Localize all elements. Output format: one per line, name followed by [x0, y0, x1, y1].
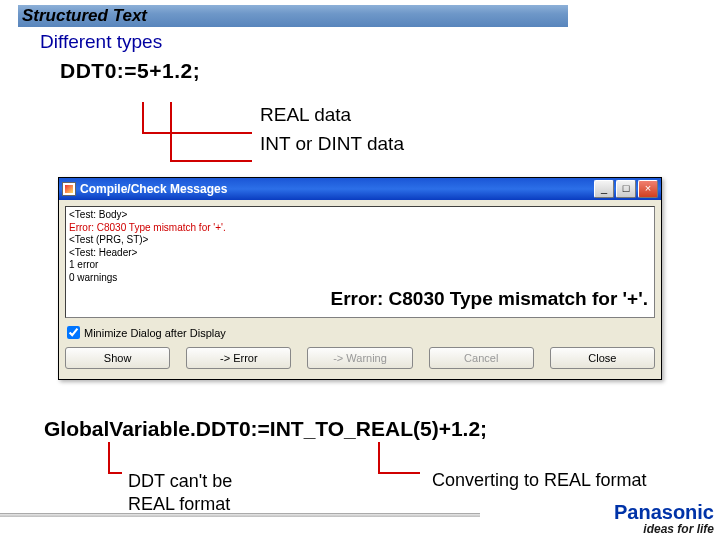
- minimize-button[interactable]: _: [594, 180, 614, 198]
- message-list[interactable]: <Test: Body> Error: C8030 Type mismatch …: [65, 206, 655, 318]
- section-title: Structured Text: [22, 6, 147, 26]
- code1-rhs: 1.2;: [162, 59, 200, 83]
- subtitle: Different types: [40, 31, 720, 53]
- msg-line: 0 warnings: [69, 272, 651, 285]
- note-ddt: DDT can't be REAL format: [128, 470, 232, 517]
- brand-tagline: ideas for life: [614, 522, 714, 536]
- minimize-checkbox[interactable]: [67, 326, 80, 339]
- msg-line: <Test: Header>: [69, 247, 651, 260]
- type-legend: REAL data INT or DINT data: [260, 100, 404, 159]
- label-real: REAL data: [260, 100, 404, 129]
- connector: [108, 442, 110, 474]
- dialog-button-row: Show -> Error -> Warning Cancel Close: [65, 345, 655, 373]
- section-header: Structured Text: [18, 5, 568, 27]
- dialog-titlebar[interactable]: Compile/Check Messages _ □ ×: [59, 178, 661, 200]
- divider: [0, 513, 480, 517]
- brand-logo: Panasonic: [614, 501, 714, 524]
- goto-error-button[interactable]: -> Error: [186, 347, 291, 369]
- minimize-checkbox-row[interactable]: Minimize Dialog after Display: [67, 326, 655, 339]
- connector: [170, 102, 172, 162]
- connector: [108, 472, 122, 474]
- code-line-1: DDT0:=5+1.2;: [60, 59, 720, 83]
- msg-error-line: Error: C8030 Type mismatch for '+'.: [69, 222, 651, 235]
- label-int: INT or DINT data: [260, 129, 404, 158]
- note-convert: Converting to REAL format: [432, 470, 646, 491]
- dialog-title: Compile/Check Messages: [80, 182, 594, 196]
- code1-op: +: [149, 59, 162, 83]
- close-button[interactable]: ×: [638, 180, 658, 198]
- code1-lhs: DDT0:=5: [60, 59, 149, 83]
- msg-line: 1 error: [69, 259, 651, 272]
- code2-post: +1.2;: [439, 417, 487, 440]
- code-line-2: GlobalVariable.DDT0:=INT_TO_REAL(5)+1.2;: [44, 417, 487, 441]
- brand-block: Panasonic ideas for life: [614, 501, 714, 536]
- compile-dialog: Compile/Check Messages _ □ × <Test: Body…: [58, 177, 662, 380]
- app-icon: [62, 182, 76, 196]
- connector: [170, 160, 252, 162]
- msg-line: <Test (PRG, ST)>: [69, 234, 651, 247]
- connector: [142, 102, 144, 134]
- error-callout: Error: C8030 Type mismatch for '+'.: [330, 287, 648, 311]
- msg-line: <Test: Body>: [69, 209, 651, 222]
- show-button[interactable]: Show: [65, 347, 170, 369]
- maximize-button[interactable]: □: [616, 180, 636, 198]
- connector: [378, 472, 420, 474]
- connector: [378, 442, 380, 474]
- cancel-button: Cancel: [429, 347, 534, 369]
- dialog-close-button[interactable]: Close: [550, 347, 655, 369]
- goto-warning-button: -> Warning: [307, 347, 412, 369]
- code2-pre: GlobalVariable.DDT0:=: [44, 417, 270, 440]
- dialog-body: <Test: Body> Error: C8030 Type mismatch …: [59, 200, 661, 379]
- code2-fn: INT_TO_REAL(5): [270, 417, 439, 440]
- minimize-checkbox-label: Minimize Dialog after Display: [84, 327, 226, 339]
- connector: [142, 132, 252, 134]
